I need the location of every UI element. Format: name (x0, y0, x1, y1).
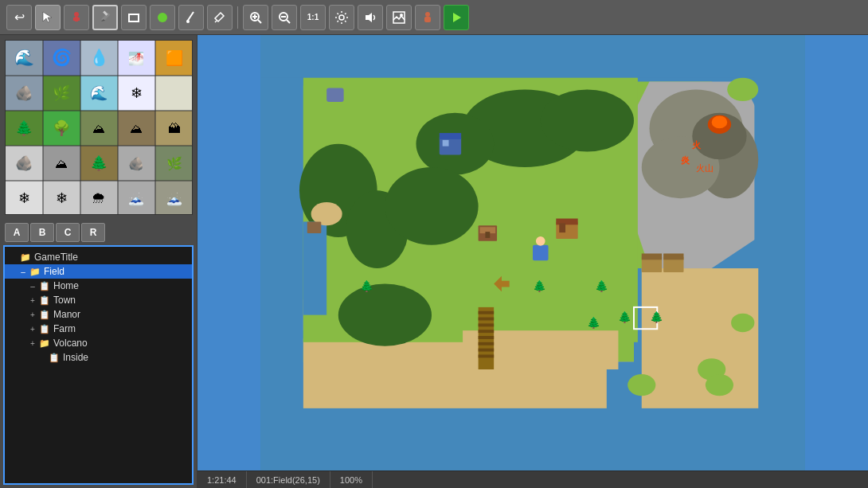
tree-item-gametitle[interactable]: 📁 GameTitle (5, 250, 192, 264)
play-button[interactable] (444, 5, 469, 30)
svg-text:🌀: 🌀 (52, 48, 72, 67)
svg-text:🌊: 🌊 (14, 48, 34, 67)
map-canvas[interactable]: 🌲 🌲 🌲 🌲 🌲 🌲 火 炎 火山 (197, 35, 868, 470)
svg-point-9 (158, 13, 167, 22)
svg-point-24 (425, 12, 430, 17)
folder-icon-gametitle: 📁 (19, 252, 32, 263)
zoom-reset-button[interactable]: 1:1 (300, 5, 326, 30)
svg-rect-123 (440, 133, 461, 139)
tree-toggle-farm: + (27, 325, 38, 334)
tree-item-manor[interactable]: + 📋 Manor (5, 307, 192, 322)
tab-r[interactable]: R (81, 223, 105, 242)
map-icon-home: 📋 (38, 280, 51, 291)
svg-rect-91 (260, 35, 805, 78)
svg-text:🌲: 🌲 (360, 279, 374, 293)
svg-point-148 (706, 374, 733, 396)
fill-button[interactable] (178, 5, 204, 30)
svg-rect-25 (424, 17, 431, 22)
svg-point-109 (712, 116, 728, 129)
tree-toggle-home: – (27, 282, 38, 291)
zoom-out-button[interactable] (272, 5, 297, 30)
place-button[interactable] (64, 5, 89, 30)
svg-rect-134 (642, 253, 662, 260)
svg-point-23 (400, 14, 403, 17)
tree-toggle-manor: + (27, 310, 38, 319)
svg-text:🌲: 🌲 (15, 119, 33, 137)
tree-panel[interactable]: 📁 GameTitle – 📁 Field – 📋 Home + 📋 Town (3, 245, 194, 485)
tree-toggle-volcano: + (27, 339, 38, 348)
undo-button[interactable]: ↩ (6, 5, 32, 30)
folder-icon-volcano: 📁 (38, 338, 51, 349)
tabs-row: A B C R (0, 220, 197, 245)
tree-toggle-town: + (27, 296, 38, 305)
zoom-in-button[interactable] (243, 5, 268, 30)
svg-text:🌲: 🌲 (595, 279, 609, 293)
svg-rect-153 (307, 221, 322, 233)
svg-point-144 (727, 78, 758, 101)
svg-text:🪨: 🪨 (128, 156, 144, 171)
svg-point-147 (628, 374, 655, 396)
rectangle-button[interactable] (121, 5, 147, 30)
svg-text:🌲: 🌲 (587, 316, 601, 330)
svg-rect-115 (479, 323, 495, 326)
tree-item-volcano[interactable]: + 📁 Volcano (5, 336, 192, 350)
tree-item-town[interactable]: + 📋 Town (5, 293, 192, 307)
svg-text:🏔: 🏔 (168, 122, 181, 135)
svg-point-1 (74, 12, 79, 17)
status-position: 001:Field(26,15) (247, 471, 330, 488)
dropper-button[interactable] (207, 5, 233, 30)
tile-palette[interactable]: 🌊 🌀 💧 🌁 🟧 🪨 🌿 🌊 ❄ (5, 40, 193, 215)
svg-text:❄: ❄ (131, 85, 143, 101)
tree-item-farm[interactable]: + 📋 Farm (5, 322, 192, 336)
separator-1 (237, 6, 238, 29)
svg-point-146 (731, 314, 754, 332)
svg-rect-122 (443, 140, 449, 146)
character-button[interactable] (415, 5, 440, 30)
svg-text:🌿: 🌿 (53, 84, 71, 102)
tab-b[interactable]: B (30, 223, 54, 242)
svg-text:🌁: 🌁 (128, 51, 144, 66)
svg-rect-117 (479, 336, 495, 339)
svg-marker-26 (453, 13, 461, 22)
svg-rect-110 (303, 221, 326, 314)
svg-line-14 (258, 20, 261, 23)
svg-text:火: 火 (691, 140, 702, 150)
circle-button[interactable] (150, 5, 175, 30)
svg-text:🌳: 🌳 (53, 119, 71, 137)
svg-text:❄: ❄ (56, 190, 68, 206)
status-bar: 1:21:44 001:Field(26,15) 100% (197, 470, 868, 488)
status-zoom: 100% (330, 471, 373, 488)
image-button[interactable] (386, 5, 412, 30)
svg-line-12 (215, 21, 217, 22)
map-icon-manor: 📋 (38, 309, 51, 320)
audio-button[interactable] (358, 5, 383, 30)
pencil-button[interactable] (92, 5, 118, 30)
svg-text:🗻: 🗻 (166, 191, 182, 206)
svg-rect-3 (73, 18, 76, 21)
tab-c[interactable]: C (56, 223, 80, 242)
svg-text:🗻: 🗻 (128, 191, 144, 206)
cursor-button[interactable] (35, 5, 61, 30)
svg-marker-21 (366, 13, 372, 22)
svg-text:🌲: 🌲 (90, 154, 108, 172)
svg-text:❄: ❄ (18, 190, 30, 206)
svg-line-18 (287, 20, 290, 23)
toolbar: ↩ (0, 0, 868, 35)
svg-point-131 (536, 236, 545, 246)
tree-item-home[interactable]: – 📋 Home (5, 279, 192, 293)
svg-text:⛰: ⛰ (92, 122, 105, 135)
svg-rect-126 (485, 232, 490, 238)
svg-text:🌨: 🌨 (92, 190, 106, 206)
tree-item-inside[interactable]: 📋 Inside (5, 350, 192, 365)
svg-rect-113 (479, 311, 495, 314)
tree-item-field[interactable]: – 📁 Field (5, 264, 192, 279)
svg-rect-95 (642, 268, 759, 408)
tab-a[interactable]: A (5, 223, 29, 242)
settings-button[interactable] (329, 5, 354, 30)
svg-point-103 (338, 284, 432, 346)
map-icon-farm: 📋 (38, 323, 51, 334)
svg-text:🌲: 🌲 (618, 310, 632, 324)
svg-text:🌲: 🌲 (533, 279, 547, 293)
svg-point-20 (339, 15, 344, 20)
svg-rect-93 (260, 408, 805, 470)
